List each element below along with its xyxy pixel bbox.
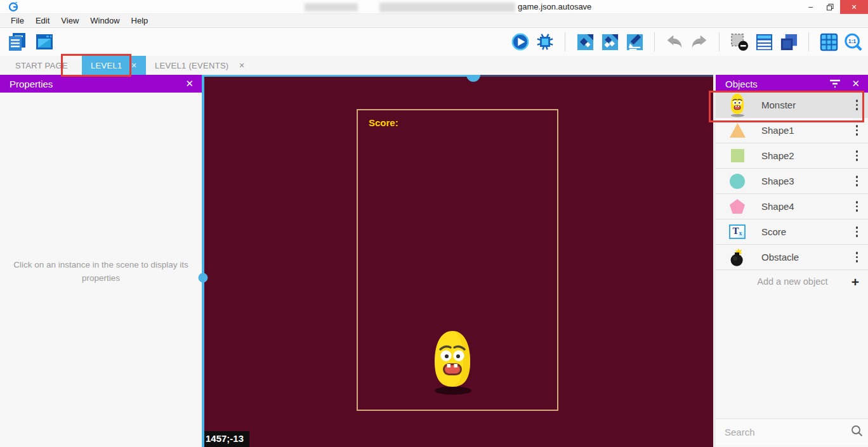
undo-icon[interactable] bbox=[665, 32, 684, 51]
menu-bar: File Edit View Window Help bbox=[0, 14, 868, 28]
menu-help[interactable]: Help bbox=[126, 16, 154, 25]
properties-close-icon[interactable]: ✕ bbox=[185, 78, 194, 89]
editor-tab-bar: START PAGE LEVEL1 ✕ LEVEL1 (EVENTS) ✕ bbox=[0, 56, 868, 75]
splitter-handle-left[interactable] bbox=[199, 273, 208, 283]
tab-level1-label: LEVEL1 bbox=[91, 61, 122, 70]
add-new-object-button[interactable]: Add a new object + bbox=[716, 270, 868, 293]
redacted-text-block bbox=[305, 3, 358, 11]
object-row-shape2[interactable]: Shape2 bbox=[716, 143, 868, 169]
properties-panel-header: Properties ✕ bbox=[0, 75, 202, 93]
circle-shape-icon bbox=[727, 174, 747, 189]
menu-view[interactable]: View bbox=[55, 16, 84, 25]
scene-properties-icon[interactable] bbox=[625, 32, 644, 51]
plus-icon: + bbox=[852, 275, 859, 288]
object-menu-icon[interactable] bbox=[853, 198, 861, 214]
main-toolbar: 1:1 bbox=[0, 28, 868, 56]
window-controls: – ✕ bbox=[801, 0, 868, 14]
triangle-shape-icon bbox=[727, 122, 747, 138]
zoom-1-1-icon[interactable]: 1:1 bbox=[844, 32, 863, 51]
object-menu-icon[interactable] bbox=[853, 122, 861, 138]
object-label-shape4: Shape4 bbox=[761, 201, 853, 212]
toolbar-divider bbox=[719, 32, 720, 51]
instances-list-icon[interactable] bbox=[754, 32, 773, 51]
object-menu-icon[interactable] bbox=[853, 148, 861, 164]
tab-level1-events[interactable]: LEVEL1 (EVENTS) ✕ bbox=[146, 56, 254, 75]
scene-canvas[interactable]: Score: 1457;-13 bbox=[202, 75, 713, 447]
menu-edit[interactable]: Edit bbox=[30, 16, 55, 25]
main-content: Properties ✕ Click on an instance in the… bbox=[0, 75, 868, 447]
objects-editor-icon[interactable] bbox=[575, 32, 595, 51]
play-preview-icon[interactable] bbox=[511, 32, 530, 51]
objects-panel: Objects ✕ Monster bbox=[716, 75, 868, 447]
object-row-shape1[interactable]: Shape1 bbox=[716, 118, 868, 143]
restore-button[interactable] bbox=[820, 0, 840, 14]
object-label-shape2: Shape2 bbox=[761, 150, 853, 161]
properties-panel-body: Click on an instance in the scene to dis… bbox=[0, 93, 202, 447]
properties-empty-message: Click on an instance in the scene to dis… bbox=[8, 259, 194, 285]
object-groups-icon[interactable] bbox=[600, 32, 619, 51]
search-icon bbox=[851, 425, 863, 439]
toolbar-divider bbox=[565, 32, 565, 51]
text-object-icon: Tx bbox=[727, 224, 747, 239]
object-label-shape1: Shape1 bbox=[761, 125, 853, 136]
object-row-score[interactable]: Tx Score bbox=[716, 219, 868, 245]
minimize-button[interactable]: – bbox=[801, 0, 820, 14]
project-manager-icon[interactable] bbox=[8, 32, 27, 51]
debug-icon[interactable] bbox=[536, 32, 555, 51]
object-label-shape3: Shape3 bbox=[761, 176, 853, 186]
object-row-monster[interactable]: Monster bbox=[716, 93, 868, 118]
grid-icon[interactable] bbox=[819, 32, 838, 51]
object-label-score: Score bbox=[761, 226, 853, 237]
tab-start-page-label: START PAGE bbox=[15, 61, 68, 70]
objects-close-icon[interactable]: ✕ bbox=[852, 78, 860, 89]
add-new-object-label: Add a new object bbox=[716, 276, 852, 287]
tab-level1-close-icon[interactable]: ✕ bbox=[131, 62, 137, 70]
menu-window[interactable]: Window bbox=[84, 16, 125, 25]
search-input[interactable] bbox=[725, 427, 851, 437]
object-row-shape3[interactable]: Shape3 bbox=[716, 169, 868, 194]
tab-level1[interactable]: LEVEL1 ✕ bbox=[82, 56, 146, 75]
gdevelop-logo-icon bbox=[8, 2, 18, 12]
menu-file[interactable]: File bbox=[5, 16, 30, 25]
object-row-obstacle[interactable]: Obstacle bbox=[716, 245, 868, 270]
objects-panel-title: Objects bbox=[725, 79, 829, 89]
properties-panel: Properties ✕ Click on an instance in the… bbox=[0, 75, 202, 447]
cursor-coordinates-badge: 1457;-13 bbox=[202, 431, 249, 447]
close-button[interactable]: ✕ bbox=[840, 0, 868, 14]
bomb-sprite-icon bbox=[727, 248, 747, 267]
start-page-icon[interactable] bbox=[35, 32, 54, 51]
redacted-path-block bbox=[379, 3, 515, 12]
toolbar-divider bbox=[808, 32, 809, 51]
object-label-monster: Monster bbox=[761, 100, 853, 110]
tab-level1-events-label: LEVEL1 (EVENTS) bbox=[155, 61, 229, 70]
svg-text:1:1: 1:1 bbox=[848, 37, 856, 44]
object-row-shape4[interactable]: Shape4 bbox=[716, 194, 868, 219]
window-title: game.json.autosave bbox=[518, 2, 591, 11]
monster-sprite-icon bbox=[727, 93, 747, 117]
object-label-obstacle: Obstacle bbox=[761, 252, 853, 262]
panel-splitter-top[interactable] bbox=[202, 75, 474, 77]
object-menu-icon[interactable] bbox=[853, 97, 861, 113]
score-text-instance[interactable]: Score: bbox=[369, 117, 398, 128]
objects-panel-header: Objects ✕ bbox=[716, 75, 868, 93]
title-bar: game.json.autosave – ✕ bbox=[0, 0, 868, 14]
objects-search-bar bbox=[716, 418, 868, 445]
render-mask-icon[interactable] bbox=[730, 32, 749, 51]
tab-start-page[interactable]: START PAGE bbox=[6, 56, 77, 75]
redo-icon[interactable] bbox=[690, 32, 709, 51]
filter-icon[interactable] bbox=[829, 79, 841, 89]
pentagon-shape-icon bbox=[727, 198, 747, 214]
object-menu-icon[interactable] bbox=[853, 249, 861, 265]
tab-level1-events-close-icon[interactable]: ✕ bbox=[239, 62, 246, 70]
object-menu-icon[interactable] bbox=[853, 224, 861, 240]
layers-icon[interactable] bbox=[779, 32, 798, 51]
scene-top-edge bbox=[474, 75, 713, 77]
splitter-handle-top[interactable] bbox=[466, 75, 480, 82]
properties-panel-title: Properties bbox=[10, 79, 185, 89]
panel-splitter-left[interactable] bbox=[202, 75, 204, 447]
monster-instance[interactable] bbox=[430, 330, 475, 398]
square-shape-icon bbox=[727, 149, 747, 162]
toolbar-divider bbox=[654, 32, 655, 51]
objects-panel-empty-space bbox=[716, 293, 868, 418]
object-menu-icon[interactable] bbox=[853, 173, 861, 189]
